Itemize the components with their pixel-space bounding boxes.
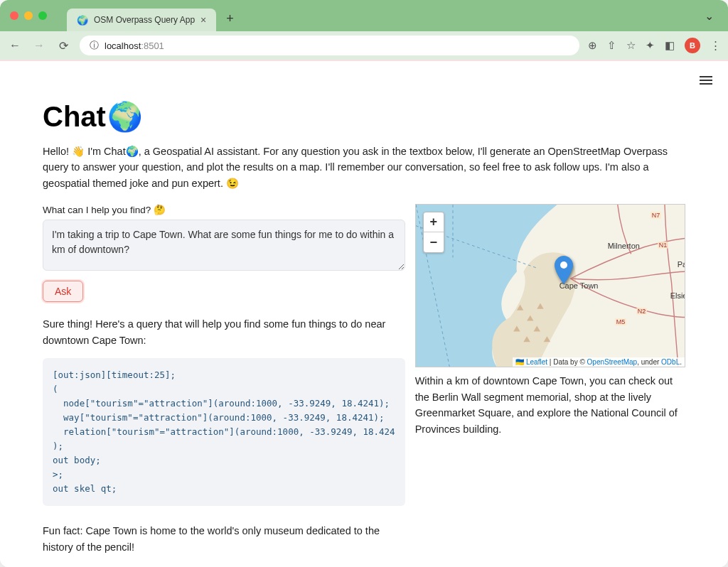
tab-title: OSM Overpass Query App: [94, 15, 195, 25]
reload-button[interactable]: ⟳: [55, 39, 71, 53]
leaflet-link[interactable]: Leaflet: [526, 358, 547, 366]
map-caption: Within a km of downtown Cape Town, you c…: [415, 373, 685, 437]
map-zoom-control: + −: [423, 212, 444, 253]
page-title: Chat🌍: [43, 100, 685, 134]
traffic-lights: [10, 11, 47, 20]
browser-tab[interactable]: 🌍 OSM Overpass Query App ×: [67, 9, 216, 31]
new-tab-button[interactable]: +: [226, 11, 234, 26]
window-titlebar: 🌍 OSM Overpass Query App × + ⌄: [0, 0, 728, 31]
map-road-m5: M5: [615, 318, 627, 325]
map-widget[interactable]: + − Cape Town Milnerton Parow Elsiesrivi…: [415, 204, 685, 367]
share-icon[interactable]: ⇧: [607, 39, 616, 52]
profile-avatar[interactable]: B: [685, 38, 700, 53]
map-label-milnerton: Milnerton: [608, 242, 640, 250]
browser-toolbar: ← → ⟳ ⓘ localhost:8501 ⊕ ⇧ ☆ ✦ ◧ B ⋮: [0, 31, 728, 60]
url-host: localhost: [105, 40, 141, 51]
fun-fact-text: Fun fact: Cape Town is home to the world…: [43, 523, 405, 555]
minimize-window-button[interactable]: [24, 11, 33, 20]
maximize-window-button[interactable]: [38, 11, 47, 20]
response-intro: Sure thing! Here's a query that will hel…: [43, 316, 405, 348]
map-road-n2: N2: [636, 308, 648, 315]
odbl-link[interactable]: ODbL: [661, 358, 680, 366]
map-label-elsies: Elsiesrivier: [670, 291, 685, 300]
menu-icon[interactable]: ⋮: [710, 39, 721, 52]
close-window-button[interactable]: [10, 11, 18, 20]
zoom-out-button[interactable]: −: [424, 232, 444, 252]
chevron-down-icon[interactable]: ⌄: [705, 9, 718, 23]
question-input[interactable]: [43, 220, 405, 271]
map-attribution: 🇺🇦 Leaflet | Data by © OpenStreetMap, un…: [513, 357, 685, 367]
site-info-icon[interactable]: ⓘ: [90, 39, 99, 52]
extensions-icon[interactable]: ✦: [646, 39, 655, 52]
tab-favicon-icon: 🌍: [77, 15, 88, 26]
ask-button[interactable]: Ask: [43, 281, 83, 302]
back-button[interactable]: ←: [7, 39, 23, 52]
zoom-in-button[interactable]: +: [424, 212, 444, 232]
page-viewport: Chat🌍 Hello! 👋 I'm Chat🌍, a Geospatial A…: [0, 60, 728, 567]
map-road-n1: N1: [658, 242, 669, 249]
svg-point-0: [560, 261, 567, 269]
forward-button[interactable]: →: [31, 39, 47, 52]
globe-icon: 🌍: [107, 100, 143, 134]
zoom-icon[interactable]: ⊕: [588, 39, 597, 52]
panel-icon[interactable]: ◧: [665, 39, 675, 52]
bookmark-icon[interactable]: ☆: [626, 39, 636, 52]
intro-text: Hello! 👋 I'm Chat🌍, a Geospatial AI assi…: [43, 144, 685, 191]
tab-close-icon[interactable]: ×: [200, 14, 206, 26]
map-marker-icon[interactable]: [555, 256, 573, 287]
osm-link[interactable]: OpenStreetMap: [587, 358, 638, 366]
address-bar[interactable]: ⓘ localhost:8501: [80, 36, 579, 55]
map-label-parow: Parow: [678, 260, 685, 269]
url-port: :8501: [141, 40, 164, 51]
map-road-n7: N7: [651, 212, 662, 219]
overpass-query-code: [out:json][timeout:25]; ( node["tourism"…: [43, 358, 405, 506]
sidebar-toggle-icon[interactable]: [700, 74, 712, 87]
prompt-label: What can I help you find? 🤔: [43, 204, 405, 215]
